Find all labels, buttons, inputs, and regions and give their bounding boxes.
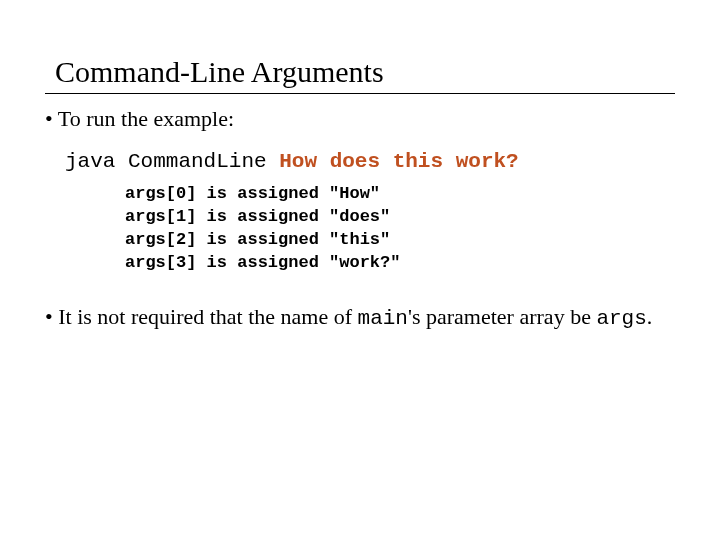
code-args: args (596, 307, 646, 330)
command-args: How does this work? (279, 150, 518, 173)
assign-row: args[0] is assigned "How" (125, 184, 380, 203)
assignment-block: args[0] is assigned "How" args[1] is ass… (45, 183, 675, 275)
command-prefix: java CommandLine (65, 150, 279, 173)
slide-title: Command-Line Arguments (45, 55, 675, 94)
bullet-note: It is not required that the name of main… (45, 303, 675, 332)
assign-row: args[1] is assigned "does" (125, 207, 390, 226)
code-main: main (358, 307, 408, 330)
command-line: java CommandLine How does this work? (45, 150, 675, 173)
assign-row: args[2] is assigned "this" (125, 230, 390, 249)
bullet-run-example: To run the example: (45, 106, 675, 132)
assign-row: args[3] is assigned "work?" (125, 253, 400, 272)
